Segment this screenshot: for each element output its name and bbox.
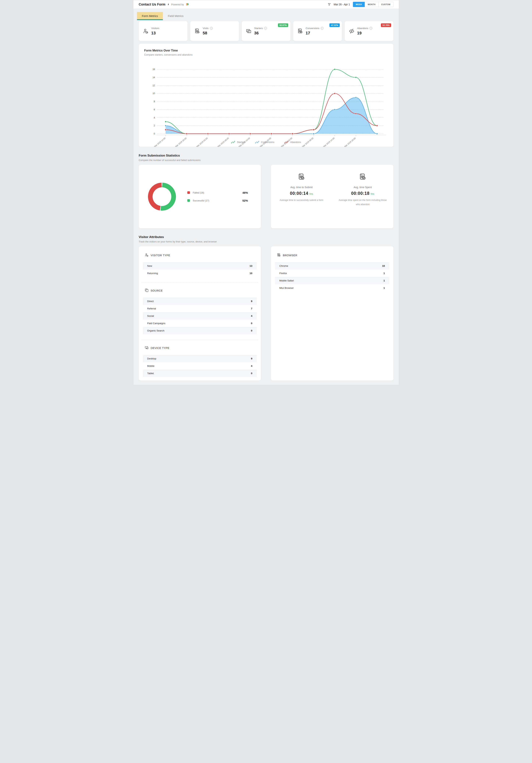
abandons-point[interactable] <box>334 93 335 94</box>
attr-section-header: DEVICE TYPE <box>145 346 257 350</box>
abandons-point[interactable] <box>207 133 209 135</box>
conversions-point[interactable] <box>313 133 314 135</box>
conversions-point[interactable] <box>334 109 335 110</box>
attr-row-value: 1 <box>384 272 385 274</box>
avg-time-block: Avg. time to Submit 00:00:14hrs Average … <box>271 173 332 228</box>
starters-point[interactable] <box>165 121 166 122</box>
range-button-month[interactable]: MONTH <box>365 2 378 7</box>
attr-row-social: Social 4 <box>143 312 257 319</box>
stat-value: 13 <box>151 31 159 36</box>
browser-icon <box>277 253 281 258</box>
y-axis-label: 8 <box>154 100 155 103</box>
line-series-icon <box>255 141 260 144</box>
stat-label: Startersi <box>254 27 267 30</box>
info-icon[interactable]: i <box>370 27 372 30</box>
range-button-custom[interactable]: CUSTOM <box>379 2 393 7</box>
submissions-heading: Form Submission Statistics <box>139 154 394 158</box>
stat-value: 19 <box>357 31 373 36</box>
donut-legend-label: Failed (16) <box>193 191 239 194</box>
abandons-point[interactable] <box>355 113 356 114</box>
abandons-point[interactable] <box>228 133 229 135</box>
form-check-icon <box>298 178 305 181</box>
donut-legend-percent: 52% <box>242 199 248 202</box>
abandons-point[interactable] <box>292 133 293 135</box>
conversions-point[interactable] <box>165 125 166 126</box>
legend-item-conversions[interactable]: Conversions <box>255 141 274 144</box>
attr-row-value: 1 <box>384 279 385 282</box>
source-icon <box>145 288 149 293</box>
attr-row-label: Paid Campaigns <box>147 322 165 325</box>
visitor-attributes-left-card: VISITOR TYPE New 13 Returning 10 SOURCE … <box>139 246 261 381</box>
info-icon[interactable]: i <box>264 27 267 30</box>
abandons-point[interactable] <box>376 125 378 126</box>
section-divider <box>141 340 258 340</box>
tab-form-metrics[interactable]: Form Metrics <box>137 12 163 20</box>
y-axis-label: 16 <box>152 68 155 71</box>
avg-time-label: Avg. time Spent <box>332 186 394 189</box>
abandons-point[interactable] <box>313 129 314 130</box>
attr-row-label: New <box>147 265 152 267</box>
tabs-bar: Form MetricsField Metrics <box>137 12 399 20</box>
avg-time-value: 00:00:14hrs <box>271 191 332 196</box>
percentage-badge: 52.78% <box>381 23 391 27</box>
info-icon[interactable]: i <box>321 27 323 30</box>
legend-item-abandons[interactable]: Abandons <box>284 141 301 144</box>
page-title: Contact Us Form <box>139 3 165 6</box>
attr-row-mobile: Mobile 4 <box>143 362 257 370</box>
attr-row-label: Direct <box>147 300 154 303</box>
starters-point[interactable] <box>355 77 356 78</box>
brand-logo <box>186 3 189 6</box>
visitors-icon <box>143 28 149 34</box>
attr-row-organic-search: Organic Search 0 <box>143 327 257 334</box>
attr-row-label: Mobile Safari <box>279 279 294 282</box>
info-icon[interactable]: i <box>210 27 213 30</box>
form-analytics-page: Contact Us Form Powered by Mar 26 - Apr … <box>133 0 399 385</box>
attr-row-value: 9 <box>251 300 252 303</box>
abandons-point[interactable] <box>249 133 251 135</box>
tab-field-metrics[interactable]: Field Metrics <box>163 12 188 20</box>
stat-card-starters: 62.07% Startersi 36 <box>242 21 291 41</box>
attr-row-value: 4 <box>251 315 252 317</box>
filter-icon[interactable] <box>327 3 331 6</box>
header-right: Mar 26 - Apr 1 WEEKMONTHCUSTOM <box>327 2 394 7</box>
zap-icon <box>167 3 170 6</box>
attr-row-label: Social <box>147 315 154 317</box>
conversions-area <box>166 97 377 134</box>
attr-row-desktop: Desktop 9 <box>143 355 257 362</box>
visitor-attributes-heading-block: Visitor Attributes Track the visitors on… <box>139 235 394 243</box>
attr-section-title: VISITOR TYPE <box>151 254 170 257</box>
conversions-point[interactable] <box>376 133 378 135</box>
attr-row-direct: Direct 9 <box>143 297 257 305</box>
visits-icon <box>194 28 200 34</box>
attr-row-label: Chrome <box>279 265 288 267</box>
legend-item-starters[interactable]: Starters <box>231 141 245 144</box>
date-range-toggle: WEEKMONTHCUSTOM <box>353 2 394 7</box>
abandons-point[interactable] <box>186 133 187 135</box>
submission-stats-card: Failed (16) 48% Successful (17) 52% <box>139 165 261 228</box>
abandons-point[interactable] <box>270 133 272 135</box>
attr-row-value: 13 <box>249 265 252 267</box>
stat-card-visits: Visitsi 58 <box>190 21 239 41</box>
header-left: Contact Us Form Powered by <box>139 3 189 6</box>
attr-row-value: 9 <box>251 357 252 360</box>
browser-card: BROWSER Chrome 10 Firefox 1 Mobile Safar… <box>271 246 394 381</box>
stat-label: Conversionsi <box>306 27 323 30</box>
avg-time-value: 00:00:18hrs <box>332 191 394 196</box>
attr-row-value: 0 <box>251 329 252 332</box>
conversions-point[interactable] <box>355 97 356 98</box>
stat-label: Abandonsi <box>357 27 373 30</box>
percentage-badge: 62.07% <box>278 23 288 27</box>
avg-time-description: Average time spent on the form including… <box>337 198 389 206</box>
attr-row-returning: Returning 10 <box>143 270 257 277</box>
line-series-icon <box>231 141 235 144</box>
abandons-point[interactable] <box>165 129 166 130</box>
attr-section-visitor-type: VISITOR TYPE New 13 Returning 10 <box>143 253 257 277</box>
attr-section-device-type: DEVICE TYPE Desktop 9 Mobile 4 Tablet 0 <box>143 346 257 377</box>
stat-value: 58 <box>203 31 213 36</box>
attr-row-firefox: Firefox 1 <box>275 270 389 277</box>
starters-point[interactable] <box>334 68 335 70</box>
attr-row-value: 0 <box>251 372 252 375</box>
range-button-week[interactable]: WEEK <box>353 2 365 7</box>
attr-section-browser: BROWSER Chrome 10 Firefox 1 Mobile Safar… <box>275 253 389 291</box>
device-type-icon <box>145 346 149 350</box>
